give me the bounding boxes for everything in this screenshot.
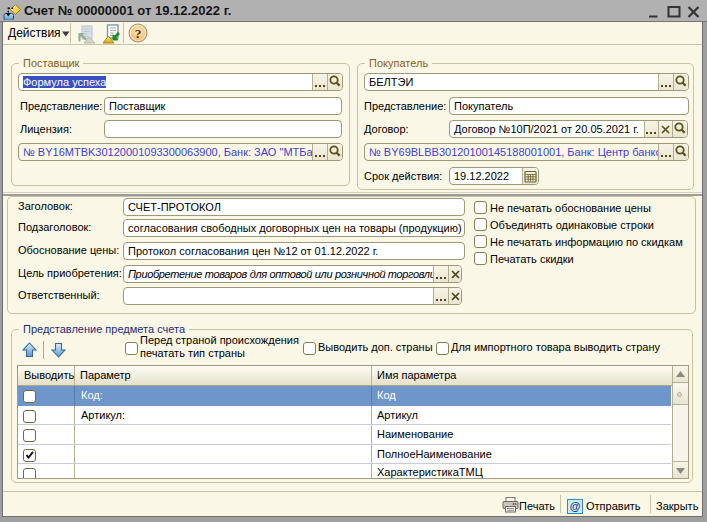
svg-text:?: ? [135,26,142,41]
